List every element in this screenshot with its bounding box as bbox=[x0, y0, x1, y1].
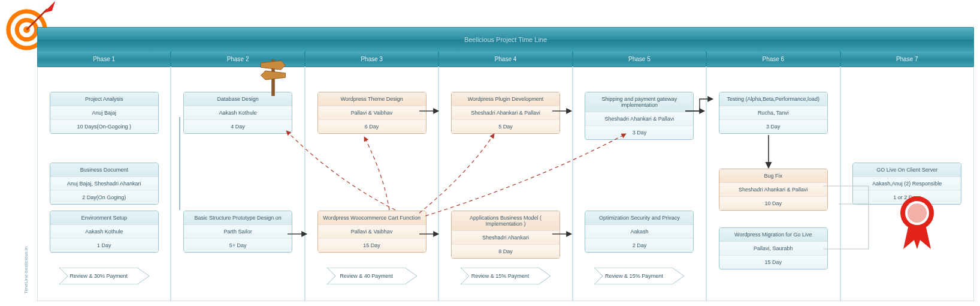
diagram-title: Beelicious Project Time Line bbox=[37, 27, 974, 52]
card-who: Aakash,Anuj (2) Responsible bbox=[853, 177, 961, 191]
side-label: TimeLine-beelicious.in bbox=[23, 247, 29, 294]
card-wp-theme: Wordpress Theme Design Pallavi & Vaibhav… bbox=[317, 92, 427, 134]
card-who: Pallavi, Saurabh bbox=[719, 242, 827, 256]
card-project-analysis: Project Analysis Anuj Bajaj 10 Days(On-G… bbox=[50, 92, 159, 134]
card-basic-structure: Basic Structure Prototype Design on Part… bbox=[183, 211, 292, 253]
card-title: Bug Fix bbox=[719, 169, 827, 183]
milestone-review-30: Review & 30% Payment bbox=[59, 268, 149, 284]
card-title: Testing (Alpha,Beta,Performance,load) bbox=[719, 92, 827, 106]
card-duration: 2 Day(On Goging) bbox=[50, 191, 158, 204]
lane-phase-5: Shipping and payment gateway implementat… bbox=[573, 67, 706, 301]
lane-phase-2: Database Design Aakash Kothule 4 Day Bas… bbox=[171, 67, 304, 301]
card-who: Rucha, Tanvi bbox=[719, 106, 827, 120]
phase-header-row: Phase 1 Phase 2 Phase 3 Phase 4 Phase 5 … bbox=[37, 52, 974, 67]
lane-phase-4: Wordpress Plugin Development Sheshadri A… bbox=[438, 67, 572, 301]
card-title: Wordpress Woocommerce Cart Function bbox=[318, 211, 426, 225]
card-who: Sheshadri Ahankari & Pallavi bbox=[585, 112, 693, 126]
card-duration: 3 Day bbox=[719, 120, 827, 133]
card-who: Aakash bbox=[585, 225, 693, 239]
card-duration: 6 Day bbox=[318, 120, 426, 133]
card-bug-fix: Bug Fix Sheshadri Ahankari & Pallavi 10 … bbox=[719, 169, 828, 211]
signpost-icon bbox=[256, 54, 290, 96]
card-duration: 5 Day bbox=[452, 120, 559, 133]
diagram-frame: Beelicious Project Time Line Phase 1 Pha… bbox=[37, 27, 974, 301]
swimlanes: Project Analysis Anuj Bajaj 10 Days(On-G… bbox=[37, 67, 974, 301]
card-duration: 10 Days(On-Gogoing ) bbox=[50, 120, 158, 133]
milestone-label: Review & 15% Payment bbox=[461, 268, 540, 284]
card-duration: 3 Day bbox=[585, 126, 693, 139]
award-ribbon-icon bbox=[896, 192, 938, 252]
card-who: Aakash Kothule bbox=[50, 225, 158, 239]
card-title: Basic Structure Prototype Design on bbox=[184, 211, 292, 225]
phase-header: Phase 5 bbox=[573, 52, 706, 67]
card-title: GO Live On Client Server bbox=[853, 163, 961, 177]
card-title: Wordpress Theme Design bbox=[318, 92, 426, 106]
card-title: Business Document bbox=[50, 163, 158, 177]
card-title: Optimization Security and Privacy bbox=[585, 211, 693, 225]
phase-header: Phase 1 bbox=[37, 52, 171, 67]
card-duration: 8 Day bbox=[452, 245, 559, 258]
card-who: Anuj Bajaj bbox=[50, 106, 158, 120]
lane-phase-6: Testing (Alpha,Beta,Performance,load) Ru… bbox=[706, 67, 840, 301]
milestone-review-15b: Review & 15% Payment bbox=[594, 268, 684, 284]
card-duration: 10 Day bbox=[719, 197, 827, 210]
card-wp-woocommerce: Wordpress Woocommerce Cart Function Pall… bbox=[317, 211, 427, 253]
phase-header: Phase 6 bbox=[706, 52, 840, 67]
lane-phase-1: Project Analysis Anuj Bajaj 10 Days(On-G… bbox=[37, 67, 171, 301]
card-duration: 2 Day bbox=[585, 239, 693, 252]
card-duration: 15 Day bbox=[719, 256, 827, 269]
card-who: Pallavi & Vaibhav bbox=[318, 106, 426, 120]
card-business-document: Business Document Anuj Bajaj, Sheshadri … bbox=[50, 163, 159, 205]
card-app-business-model: Applications Business Model ( Implementa… bbox=[451, 211, 560, 259]
svg-point-13 bbox=[908, 203, 927, 223]
card-who: Sheshadri Ahankari bbox=[452, 231, 559, 245]
card-who: Pallavi & Vaibhav bbox=[318, 225, 426, 239]
milestone-review-40: Review & 40 Payment bbox=[327, 268, 417, 284]
card-testing: Testing (Alpha,Beta,Performance,load) Ru… bbox=[719, 92, 828, 134]
card-title: Environment Setup bbox=[50, 211, 158, 225]
card-who: Sheshadri Ahankari & Pallavi bbox=[452, 106, 559, 120]
card-duration: 1 Day bbox=[50, 239, 158, 252]
card-who: Anuj Bajaj, Sheshadri Ahankari bbox=[50, 177, 158, 191]
svg-marker-8 bbox=[261, 61, 285, 70]
phase-header: Phase 7 bbox=[840, 52, 974, 67]
milestone-label: Review & 40 Payment bbox=[327, 268, 406, 284]
card-title: Applications Business Model ( Implementa… bbox=[452, 211, 559, 231]
card-wp-plugin: Wordpress Plugin Development Sheshadri A… bbox=[451, 92, 560, 134]
card-who: Parth Sailor bbox=[184, 225, 292, 239]
phase-header: Phase 4 bbox=[438, 52, 572, 67]
phase-header: Phase 3 bbox=[305, 52, 438, 67]
milestone-label: Review & 30% Payment bbox=[59, 268, 138, 284]
card-duration: 4 Day bbox=[184, 120, 292, 133]
card-shipping-payment: Shipping and payment gateway implementat… bbox=[585, 92, 694, 140]
card-wp-migration: Wordpress Migration for Go Live Pallavi,… bbox=[719, 227, 828, 269]
card-title: Shipping and payment gateway implementat… bbox=[585, 92, 693, 112]
card-who: Aakash Kothule bbox=[184, 106, 292, 120]
card-who: Sheshadri Ahankari & Pallavi bbox=[719, 183, 827, 197]
card-title: Project Analysis bbox=[50, 92, 158, 106]
milestone-review-15a: Review & 15% Payment bbox=[461, 268, 551, 284]
card-environment-setup: Environment Setup Aakash Kothule 1 Day bbox=[50, 211, 159, 253]
timeline-diagram: { "title": "Beelicious Project Time Line… bbox=[0, 0, 980, 306]
lane-phase-3: Wordpress Theme Design Pallavi & Vaibhav… bbox=[305, 67, 438, 301]
card-duration: 15 Day bbox=[318, 239, 426, 252]
svg-marker-9 bbox=[261, 71, 285, 80]
svg-marker-6 bbox=[43, 1, 55, 13]
milestone-label: Review & 15% Payment bbox=[594, 268, 673, 284]
lane-phase-7: GO Live On Client Server Aakash,Anuj (2)… bbox=[840, 67, 974, 301]
card-title: Wordpress Plugin Development bbox=[452, 92, 559, 106]
card-duration: 5+ Day bbox=[184, 239, 292, 252]
card-optimization: Optimization Security and Privacy Aakash… bbox=[585, 211, 694, 253]
card-title: Wordpress Migration for Go Live bbox=[719, 228, 827, 242]
